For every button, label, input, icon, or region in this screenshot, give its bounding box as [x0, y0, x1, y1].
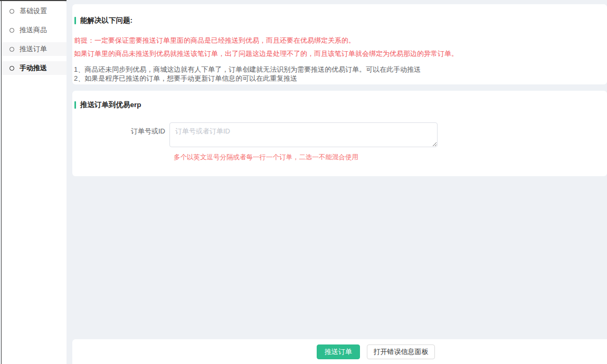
open-error-panel-button[interactable]: 打开错误信息面板 — [367, 344, 435, 359]
problems-info-card: 能解决以下问题: 前提：一定要保证需要推送订单里面的商品是已经推送到优易，而且还… — [72, 4, 607, 84]
radio-circle-icon — [10, 66, 14, 71]
sidebar-item-label: 手动推送 — [20, 63, 47, 73]
section-accent-bar — [74, 17, 76, 24]
note-line-2: 2、如果是程序已推送的订单，想要手动更新订单信息的可以在此重复推送 — [73, 74, 600, 83]
sidebar-item-manual-push[interactable]: 手动推送 — [2, 61, 67, 75]
order-id-hint: 多个以英文逗号分隔或者每一行一个订单，二选一不能混合使用 — [174, 153, 600, 162]
sidebar-item-push-orders[interactable]: 推送订单 — [2, 42, 67, 56]
sidebar-item-label: 推送商品 — [20, 25, 47, 35]
order-id-form-row: 订单号或ID — [73, 122, 600, 147]
footer-action-bar: 推送订单 打开错误信息面板 — [72, 339, 607, 364]
drawer-left-border — [1, 0, 2, 364]
sidebar-item-basic-settings[interactable]: 基础设置 — [2, 4, 67, 18]
form-card-title: 推送订单到优易erp — [80, 100, 141, 110]
settings-sidebar: 基础设置 推送商品 推送订单 手动推送 — [2, 1, 67, 364]
drawer-top-border — [0, 0, 67, 1]
push-order-button[interactable]: 推送订单 — [317, 344, 360, 359]
info-card-title-row: 能解决以下问题: — [73, 16, 600, 25]
sidebar-item-push-products[interactable]: 推送商品 — [2, 23, 67, 37]
order-id-input[interactable] — [169, 122, 438, 147]
note-line-1: 1、商品还未同步到优易，商城这边就有人下单了，订单创建就无法识别为需要推送的优易… — [73, 65, 600, 74]
form-card-title-row: 推送订单到优易erp — [73, 100, 600, 110]
radio-circle-icon — [10, 47, 14, 52]
warning-line-consequence: 如果订单里的商品未推送到优易就推送该笔订单，出了问题这边是处理不了的，而且该笔订… — [73, 49, 600, 58]
info-card-title: 能解决以下问题: — [80, 16, 132, 25]
radio-circle-icon — [10, 28, 14, 33]
radio-circle-icon — [10, 9, 14, 14]
section-accent-bar — [74, 101, 76, 109]
order-id-label: 订单号或ID — [73, 122, 169, 147]
warning-line-precondition: 前提：一定要保证需要推送订单里面的商品是已经推送到优易，而且还要在优易绑定关系的… — [73, 36, 600, 45]
push-order-form-card: 推送订单到优易erp 订单号或ID 多个以英文逗号分隔或者每一行一个订单，二选一… — [72, 91, 607, 176]
sidebar-item-label: 推送订单 — [20, 44, 47, 54]
sidebar-item-label: 基础设置 — [20, 6, 47, 16]
